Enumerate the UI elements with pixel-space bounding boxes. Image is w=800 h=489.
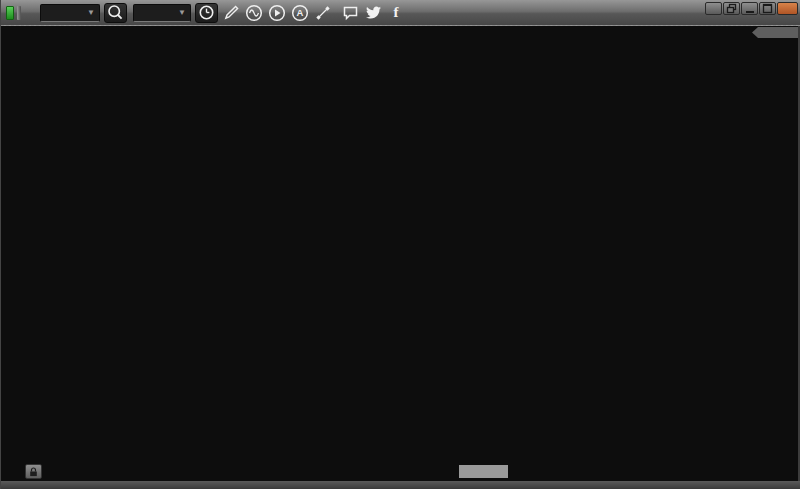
studies-wave-icon[interactable] <box>244 3 264 23</box>
maximize-icon <box>762 3 773 14</box>
chart-window: ▼ ▼ <box>0 0 800 489</box>
price-axis-max-tag <box>752 27 799 38</box>
chevron-down-icon[interactable]: ▼ <box>87 8 95 17</box>
chat-bubble-icon[interactable] <box>340 3 360 23</box>
axis-lock-button[interactable] <box>25 464 42 479</box>
interval-clock-button[interactable] <box>195 3 218 23</box>
window-active-indicator <box>6 6 14 20</box>
lock-icon <box>29 467 38 477</box>
maximize-button[interactable] <box>759 2 776 15</box>
help-button[interactable] <box>705 2 722 15</box>
chevron-down-icon[interactable]: ▼ <box>178 8 186 17</box>
twitter-icon[interactable] <box>363 3 383 23</box>
interval-select[interactable]: ▼ <box>133 4 191 22</box>
minimize-button[interactable] <box>741 2 758 15</box>
window-controls <box>704 2 798 15</box>
replay-play-icon[interactable] <box>267 3 287 23</box>
symbol-search-button[interactable] <box>104 3 127 23</box>
clock-icon <box>198 4 215 21</box>
symbol-input[interactable]: ▼ <box>40 4 100 22</box>
draw-pencil-icon[interactable] <box>221 3 241 23</box>
magnifier-icon <box>107 4 124 21</box>
toolbar: ▼ ▼ <box>1 0 800 26</box>
trendline-tool-icon[interactable] <box>313 3 333 23</box>
restore-icon <box>726 3 737 14</box>
alerts-a-icon[interactable]: A <box>290 3 310 23</box>
minimize-icon <box>745 4 755 14</box>
window-bottom-edge <box>1 481 800 489</box>
restore-button[interactable] <box>723 2 740 15</box>
svg-text:A: A <box>297 7 304 18</box>
chart-canvas[interactable] <box>1 0 800 489</box>
date-marker-box <box>459 465 508 478</box>
facebook-icon[interactable]: f <box>386 3 406 23</box>
close-button[interactable] <box>777 2 798 15</box>
toolbar-drag-handle[interactable] <box>17 6 21 20</box>
